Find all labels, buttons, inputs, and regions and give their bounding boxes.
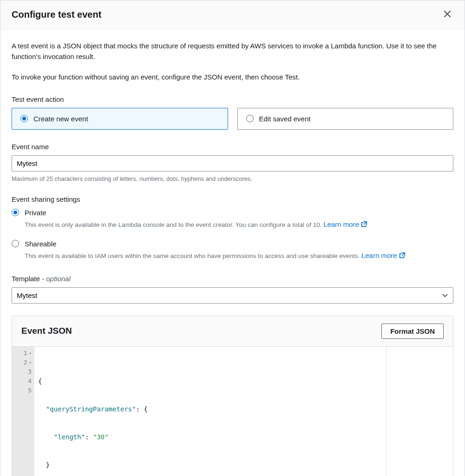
- modal-header: Configure test event: [0, 0, 465, 29]
- radio-private[interactable]: Private This event is only available in …: [12, 208, 453, 231]
- modal-title: Configure test event: [12, 9, 101, 20]
- tile-label: Edit saved event: [259, 115, 311, 123]
- event-name-input[interactable]: [12, 155, 453, 172]
- radio-icon: [12, 240, 19, 247]
- event-json-panel: Event JSON Format JSON 1▾ 2▾ 3 4 5 { "qu…: [12, 316, 453, 476]
- template-section: Template - optional Mytest: [12, 275, 453, 304]
- event-sharing-label: Event sharing settings: [12, 195, 453, 203]
- template-label: Template - optional: [12, 275, 453, 283]
- tile-label: Create new event: [33, 115, 88, 123]
- intro-paragraph-2: To invoke your function without saving a…: [12, 72, 453, 82]
- radio-shareable[interactable]: Shareable This event is available to IAM…: [12, 239, 453, 262]
- tile-create-new-event[interactable]: Create new event: [12, 108, 228, 130]
- test-event-action-label: Test event action: [12, 95, 453, 103]
- external-link-icon: [399, 252, 406, 258]
- fold-icon: ▾: [29, 358, 32, 367]
- json-editor[interactable]: 1▾ 2▾ 3 4 5 { "queryStringParameters": {…: [12, 347, 453, 476]
- learn-more-private-link[interactable]: Learn more: [323, 219, 367, 229]
- event-json-title: Event JSON: [21, 326, 72, 336]
- event-name-section: Event name Maximum of 25 characters cons…: [12, 143, 453, 182]
- intro-paragraph-1: A test event is a JSON object that mocks…: [12, 40, 453, 62]
- format-json-button[interactable]: Format JSON: [381, 324, 444, 339]
- radio-shareable-title: Shareable: [25, 240, 453, 248]
- external-link-icon: [361, 221, 367, 227]
- event-name-label: Event name: [12, 143, 453, 151]
- editor-gutter: 1▾ 2▾ 3 4 5: [12, 347, 34, 476]
- close-button[interactable]: [441, 8, 453, 21]
- intro-text: A test event is a JSON object that mocks…: [12, 40, 453, 82]
- configure-test-event-modal: Configure test event A test event is a J…: [0, 0, 465, 476]
- event-sharing-section: Event sharing settings Private This even…: [12, 195, 453, 262]
- fold-icon: ▾: [29, 349, 32, 358]
- radio-icon: [20, 115, 28, 122]
- radio-icon: [12, 209, 19, 216]
- test-event-action-section: Test event action Create new event Edit …: [12, 95, 453, 130]
- event-name-helper: Maximum of 25 characters consisting of l…: [12, 175, 453, 182]
- radio-private-title: Private: [25, 209, 453, 217]
- radio-icon: [246, 115, 254, 122]
- radio-private-desc: This event is only available in the Lamb…: [25, 219, 453, 230]
- editor-ruler: [386, 347, 386, 476]
- tile-edit-saved-event[interactable]: Edit saved event: [237, 108, 454, 130]
- learn-more-shareable-link[interactable]: Learn more: [361, 251, 406, 260]
- editor-code[interactable]: { "queryStringParameters": { "length": "…: [34, 347, 453, 476]
- close-icon: [443, 10, 452, 18]
- radio-shareable-desc: This event is available to IAM users wit…: [25, 251, 453, 261]
- template-select[interactable]: Mytest: [12, 287, 453, 304]
